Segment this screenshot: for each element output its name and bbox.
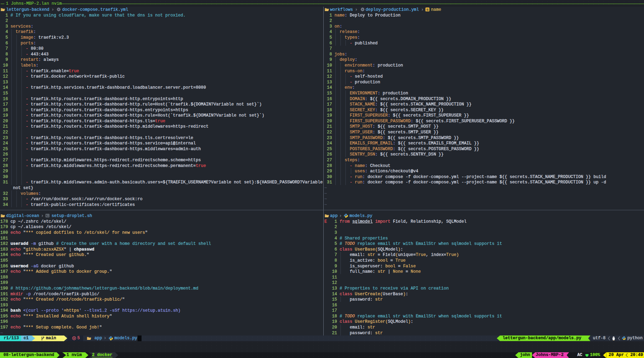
- svg-text:S: S: [426, 7, 428, 11]
